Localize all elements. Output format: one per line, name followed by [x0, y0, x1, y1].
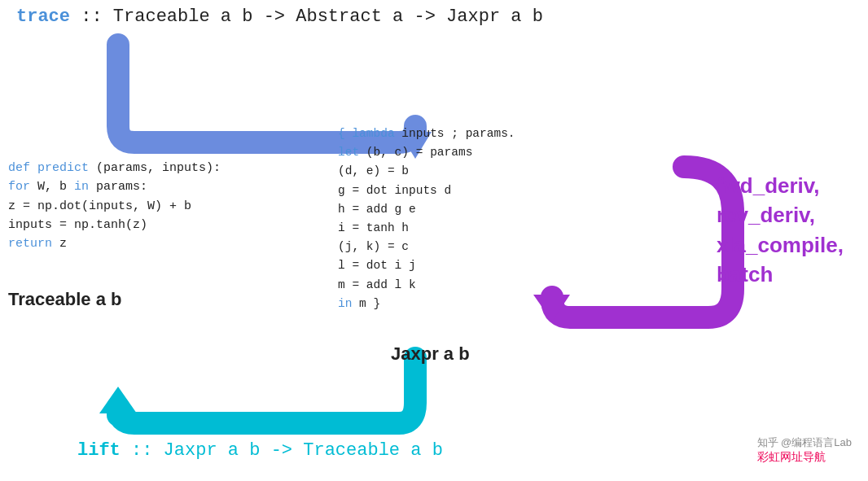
jaxpr-line-3: (d, e) = b — [338, 162, 515, 181]
watermark-zhihu: 知乎 @编程语言Lab — [757, 435, 853, 450]
trace-keyword: trace — [16, 7, 70, 27]
label-jaxpr: Jaxpr a b — [391, 343, 470, 365]
jaxpr-line-6: i = tanh h — [338, 219, 515, 238]
jaxpr-line-9: m = add l k — [338, 276, 515, 295]
watermark-rainbow: 彩虹网址导航 — [757, 450, 853, 465]
code-line-1: def predict (params, inputs): — [8, 159, 221, 177]
jaxpr-line-1: { lambda inputs ; params. — [338, 125, 515, 143]
jaxpr-line-2: let (b, c) = params — [338, 143, 515, 162]
main-container: trace :: Traceable a b -> Abstract a -> … — [0, 0, 868, 481]
jaxpr-line-7: (j, k) = c — [338, 238, 515, 256]
bottom-signature: lift :: Jaxpr a b -> Traceable a b — [77, 440, 443, 461]
lift-rest: :: Jaxpr a b -> Traceable a b — [121, 440, 443, 461]
label-fwd-deriv: fwd_deriv, — [717, 171, 844, 200]
signature-rest: :: Traceable a b -> Abstract a -> Jaxpr … — [70, 7, 543, 27]
code-predict-block: def predict (params, inputs): for W, b i… — [8, 159, 221, 253]
label-right-operations: fwd_deriv, rev_deriv, xla_compile, batch — [717, 171, 844, 290]
label-batch: batch — [717, 260, 844, 289]
svg-marker-4 — [533, 295, 570, 321]
jaxpr-line-10: in m } — [338, 295, 515, 313]
code-jaxpr-block: { lambda inputs ; params. let (b, c) = p… — [338, 125, 515, 313]
top-signature: trace :: Traceable a b -> Abstract a -> … — [16, 7, 543, 27]
watermark: 知乎 @编程语言Lab 彩虹网址导航 — [757, 435, 853, 465]
code-line-2: for W, b in params: — [8, 177, 221, 196]
code-line-5: return z — [8, 234, 221, 253]
label-xla-compile: xla_compile, — [717, 230, 844, 260]
svg-marker-5 — [99, 387, 137, 413]
code-line-4: inputs = np.tanh(z) — [8, 216, 221, 234]
lift-keyword: lift — [77, 440, 121, 461]
code-line-3: z = np.dot(inputs, W) + b — [8, 197, 221, 216]
jaxpr-line-8: l = dot i j — [338, 256, 515, 275]
label-rev-deriv: rev_deriv, — [717, 200, 844, 230]
jaxpr-line-4: g = dot inputs d — [338, 181, 515, 200]
jaxpr-line-5: h = add g e — [338, 200, 515, 219]
label-traceable: Traceable a b — [8, 289, 121, 310]
